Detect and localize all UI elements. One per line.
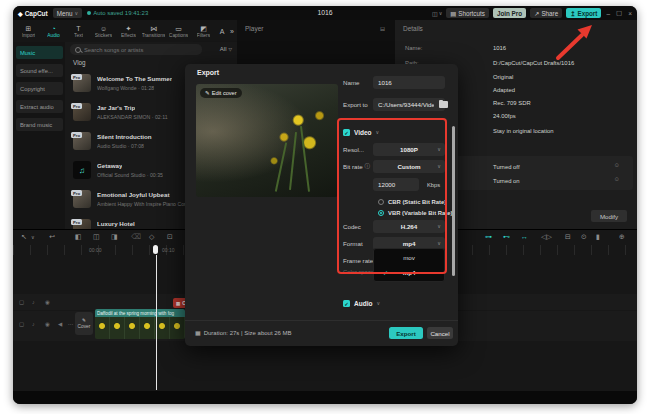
filter-control[interactable]: All ▽ — [220, 46, 232, 52]
format-option-mp4[interactable]: ✓ mp4 — [374, 265, 444, 279]
gear-icon[interactable]: ⊙ — [614, 176, 619, 182]
playhead-handle[interactable] — [153, 245, 158, 254]
window-bottom-strip — [13, 391, 637, 404]
cover-button[interactable]: ✎ Cover — [75, 312, 93, 335]
expand-panel-icon[interactable]: » — [230, 28, 234, 35]
toolbar-item-transitions[interactable]: ⋈ Transitions — [141, 25, 166, 38]
split-left-icon[interactable]: ◧ — [75, 233, 82, 240]
cbr-radio[interactable] — [378, 199, 384, 205]
zoom-fit-icon[interactable]: ⊕ — [619, 233, 625, 240]
crop-icon[interactable]: ⊡ — [167, 233, 173, 240]
dialog-export-button[interactable]: Export — [389, 327, 423, 339]
timer-icon[interactable]: ⊙ — [581, 233, 587, 240]
resolution-select[interactable]: 1080P ∨ — [373, 143, 445, 156]
mask-icon[interactable]: ◇ — [149, 233, 154, 240]
cursor-tool-icon[interactable]: ↖ — [21, 233, 27, 240]
gear-icon[interactable]: ⊙ — [614, 162, 619, 168]
lock-icon[interactable]: ▢ — [19, 300, 24, 306]
video-checkbox[interactable]: ✓ — [343, 129, 350, 136]
capcut-logo: ◆ CapCut — [18, 10, 48, 17]
bitrate-input[interactable] — [373, 181, 419, 188]
toolbar-item-import[interactable]: ⊞ Import — [16, 25, 41, 38]
video-clip[interactable] — [95, 317, 185, 339]
cbr-radio-row[interactable]: CBR (Static Bit Rate) — [378, 197, 446, 207]
music-note-icon: ♫ — [79, 166, 85, 175]
share-button[interactable]: ↗ Share — [530, 8, 562, 18]
audio-section-header[interactable]: ✓ Audio ∨ — [343, 297, 380, 310]
info-icon: ⓘ — [365, 163, 371, 170]
edit-icon: ✎ — [205, 90, 210, 96]
caption-strip[interactable]: Daffodil at the spring morning with fog — [95, 309, 185, 317]
maximize-button[interactable]: ▢ — [615, 9, 623, 17]
visibility-icon[interactable]: ◉ — [45, 300, 50, 306]
toolbar-item-stickers[interactable]: ☺ Stickers — [91, 25, 116, 38]
flower-stem-decoration — [300, 126, 310, 192]
split-right-icon[interactable]: ◨ — [111, 233, 118, 240]
mute-icon[interactable]: ♪ — [32, 300, 35, 306]
codec-select[interactable]: H.264 ∨ — [373, 220, 445, 233]
toolbar-item-audio[interactable]: ◔ Audio — [41, 25, 66, 38]
search-input[interactable] — [84, 47, 184, 53]
cover-preview: ✎ Edit cover — [196, 84, 338, 197]
ruler-label: 00:00 — [89, 247, 102, 253]
minimize-button[interactable]: – — [605, 10, 611, 17]
sidebar-item-brand-music[interactable]: Brand music — [16, 118, 63, 131]
auto-preview-icon[interactable]: ↔ — [521, 233, 528, 240]
sidebar-item-sound-effects[interactable]: Sound effe... — [16, 64, 63, 77]
visibility-icon[interactable]: ◉ — [45, 322, 50, 328]
chevron-down-icon: ∨ — [376, 130, 380, 135]
undo-icon[interactable]: ↩ — [49, 233, 55, 240]
text-icon: T — [76, 25, 80, 32]
toolbar-item-captions[interactable]: ▭ Captions — [166, 25, 191, 38]
audio-checkbox[interactable]: ✓ — [343, 300, 350, 307]
layout-switcher-button[interactable]: ◫ ∨ — [432, 10, 442, 17]
flower-stem-decoration — [289, 132, 297, 190]
mute-icon[interactable]: ♪ — [32, 322, 35, 328]
modify-button[interactable]: Modify — [591, 210, 627, 222]
vbr-radio[interactable] — [378, 210, 384, 216]
split-icon[interactable]: ◫ — [93, 233, 100, 240]
dialog-cancel-button[interactable]: Cancel — [427, 327, 453, 339]
magnet-icon[interactable]: ⊶ — [485, 233, 492, 240]
playhead-line[interactable] — [156, 255, 157, 390]
toolbar-item-filters[interactable]: ◩ Filters — [191, 25, 216, 38]
name-input[interactable] — [373, 79, 445, 86]
vbr-radio-row[interactable]: VBR (Variable Bit Rate) — [378, 208, 453, 218]
sidebar-item-copyright[interactable]: Copyright — [16, 82, 63, 95]
chevron-down-icon[interactable]: ∨ — [31, 235, 35, 240]
folder-icon[interactable] — [439, 101, 448, 108]
menu-button[interactable]: Menu∨ — [53, 8, 82, 18]
player-options-icon[interactable]: ⊟ — [380, 25, 385, 32]
sidebar-item-extract-audio[interactable]: Extract audio — [16, 100, 63, 113]
toolbar-item-effects[interactable]: ✦ Effects — [116, 25, 141, 38]
close-button[interactable]: × — [627, 10, 633, 17]
link-icon[interactable]: ⊷ — [503, 233, 510, 240]
resolution-label: Resol... — [343, 143, 364, 156]
delete-icon[interactable]: ⌫ — [131, 233, 141, 240]
collapse-icon[interactable]: ◀ — [58, 322, 62, 328]
record-icon[interactable]: ⊟ — [565, 233, 571, 240]
sidebar-item-music[interactable]: Music — [16, 46, 63, 59]
marker-icon[interactable]: ▮ — [596, 233, 600, 240]
dialog-scrollbar[interactable] — [452, 126, 455, 276]
toolbar-item-adjust[interactable]: A — [216, 28, 228, 35]
more-icon[interactable]: ⋯ — [68, 322, 74, 328]
join-pro-button[interactable]: Join Pro — [493, 8, 526, 18]
search-icon — [75, 47, 81, 53]
lock-icon[interactable]: ▢ — [19, 322, 24, 328]
export-path-input[interactable] — [373, 101, 439, 108]
format-option-mov[interactable]: mov — [374, 250, 444, 264]
bitrate-value-field[interactable] — [373, 178, 419, 191]
export-to-field[interactable] — [373, 98, 445, 111]
mirror-icon[interactable]: ◁▷ — [541, 233, 552, 240]
chevron-down-icon: ∨ — [439, 11, 443, 16]
search-bar[interactable] — [70, 44, 202, 55]
video-section-header[interactable]: ✓ Video ∨ — [343, 126, 379, 139]
song-thumbnail: ♫ — [73, 161, 91, 179]
export-button[interactable]: ↥ Export — [566, 8, 601, 18]
shortcuts-button[interactable]: ▤ Shortcuts — [446, 8, 489, 18]
name-field[interactable] — [373, 76, 445, 89]
toolbar-item-text[interactable]: T Text — [66, 25, 91, 38]
edit-cover-button[interactable]: ✎ Edit cover — [200, 88, 242, 98]
bitrate-mode-select[interactable]: Custom ∨ — [373, 160, 445, 173]
